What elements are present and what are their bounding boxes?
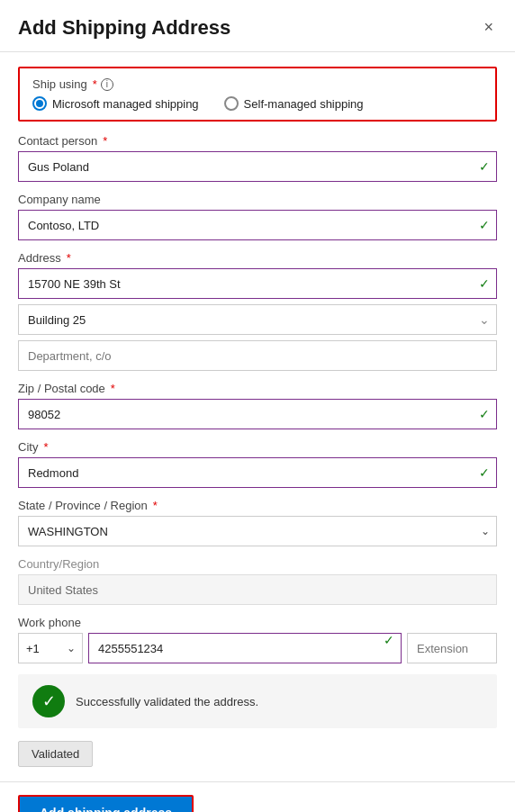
address-line1-input[interactable] — [18, 268, 497, 299]
state-field: State / Province / Region * WASHINGTON ⌄ — [18, 499, 497, 546]
phone-extension-wrapper — [407, 633, 497, 663]
work-phone-label: Work phone — [18, 616, 497, 629]
country-input-wrapper — [18, 574, 497, 605]
ship-using-section: Ship using * i Microsoft managed shippin… — [18, 67, 497, 122]
country-input — [18, 574, 497, 605]
phone-country-select[interactable]: +1 — [18, 633, 83, 663]
modal-header: Add Shipping Address × — [0, 0, 515, 52]
address-line2-input[interactable] — [18, 304, 497, 335]
company-name-input[interactable] — [18, 210, 497, 240]
address-field: Address * ✓ ⌄ — [18, 251, 497, 371]
radio-microsoft[interactable]: Microsoft managed shipping — [32, 96, 199, 111]
validated-button[interactable]: Validated — [18, 741, 93, 767]
phone-number-input[interactable] — [88, 633, 402, 663]
zip-input[interactable] — [18, 399, 497, 429]
modal-footer: Add shipping address — [0, 781, 515, 812]
state-label: State / Province / Region * — [18, 499, 497, 512]
state-select-wrapper: WASHINGTON ⌄ — [18, 516, 497, 546]
ship-using-required: * — [93, 77, 97, 91]
success-banner: ✓ Successfully validated the address. — [18, 674, 497, 728]
city-input[interactable] — [18, 457, 497, 488]
radio-circle-self — [224, 96, 239, 111]
phone-row: +1 ⌄ ✓ — [18, 633, 497, 663]
city-field: City * ✓ — [18, 440, 497, 488]
address-line2-wrapper: ⌄ — [18, 304, 497, 335]
success-checkmark-icon: ✓ — [42, 691, 56, 711]
contact-person-input[interactable] — [18, 151, 497, 182]
info-icon[interactable]: i — [101, 78, 113, 91]
country-label: Country/Region — [18, 557, 497, 571]
contact-person-input-wrapper: ✓ — [18, 151, 497, 182]
phone-extension-input[interactable] — [407, 633, 497, 663]
contact-person-label: Contact person * — [18, 134, 497, 148]
ship-using-label: Ship using * i — [32, 77, 483, 91]
add-shipping-address-button[interactable]: Add shipping address — [18, 795, 194, 812]
phone-country-wrapper: +1 ⌄ — [18, 633, 83, 663]
zip-field: Zip / Postal code * ✓ — [18, 382, 497, 429]
modal-title: Add Shipping Address — [18, 16, 230, 40]
city-label: City * — [18, 440, 497, 454]
company-name-label: Company name — [18, 193, 497, 206]
address-label: Address * — [18, 251, 497, 265]
company-name-input-wrapper: ✓ — [18, 210, 497, 240]
add-shipping-address-modal: Add Shipping Address × Ship using * i Mi… — [0, 0, 515, 812]
zip-label: Zip / Postal code * — [18, 382, 497, 395]
city-input-wrapper: ✓ — [18, 457, 497, 488]
address-line3-wrapper — [18, 340, 497, 371]
state-select[interactable]: WASHINGTON — [18, 516, 497, 546]
phone-number-wrapper: ✓ — [88, 633, 402, 663]
close-button[interactable]: × — [480, 14, 497, 41]
ship-using-radio-group: Microsoft managed shipping Self-managed … — [32, 96, 483, 111]
address-line1-wrapper: ✓ — [18, 268, 497, 299]
work-phone-field: Work phone +1 ⌄ ✓ — [18, 616, 497, 663]
country-field: Country/Region — [18, 557, 497, 605]
radio-circle-microsoft — [32, 96, 47, 111]
zip-input-wrapper: ✓ — [18, 399, 497, 429]
modal-body: Ship using * i Microsoft managed shippin… — [0, 52, 515, 781]
radio-self[interactable]: Self-managed shipping — [224, 96, 364, 111]
success-icon-circle: ✓ — [32, 685, 65, 717]
contact-person-field: Contact person * ✓ — [18, 134, 497, 182]
address-line3-input[interactable] — [18, 340, 497, 371]
success-message: Successfully validated the address. — [76, 695, 258, 708]
company-name-field: Company name ✓ — [18, 193, 497, 240]
